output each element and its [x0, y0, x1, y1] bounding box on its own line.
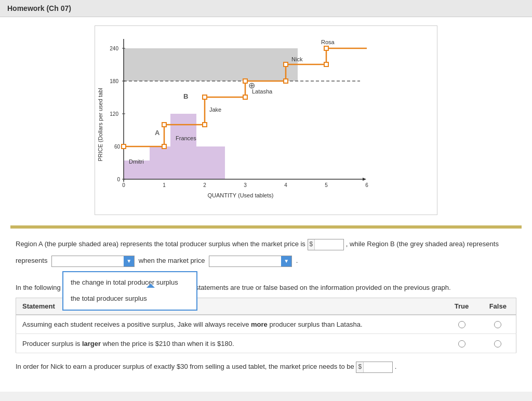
- dropdown-menu: the change in total producer surplus the…: [62, 271, 197, 311]
- col-false: False: [480, 298, 516, 315]
- q3-input[interactable]: [364, 362, 392, 372]
- q2-intro-text1: In the follo: [16, 284, 47, 291]
- price-input[interactable]: [315, 239, 343, 250]
- statement-1: Assuming each student receives a positiv…: [16, 315, 444, 334]
- dropdown-option-1[interactable]: the change in total producer surplus: [63, 272, 196, 293]
- divider: [10, 225, 522, 229]
- svg-text:1: 1: [163, 182, 166, 188]
- false-radio-1[interactable]: [480, 315, 516, 334]
- svg-text:180: 180: [110, 78, 118, 84]
- col-true: True: [444, 298, 480, 315]
- nick-marker1: [284, 79, 288, 83]
- price-input-wrap[interactable]: $: [308, 239, 344, 250]
- q1-text1: Region A (the purple shaded area) repres…: [16, 240, 305, 248]
- q3-period: .: [395, 363, 397, 370]
- true-radio-2[interactable]: [444, 334, 480, 353]
- false-radio-2[interactable]: [480, 334, 516, 353]
- nick-label: Nick: [291, 56, 303, 62]
- q1-period: .: [296, 257, 298, 264]
- q3-input-wrap[interactable]: $: [356, 362, 393, 373]
- svg-text:3: 3: [244, 182, 247, 188]
- bold-more: more: [251, 320, 268, 328]
- radio-circle[interactable]: [494, 321, 501, 328]
- svg-text:5: 5: [325, 182, 328, 188]
- jake-label: Jake: [209, 106, 221, 113]
- nick-marker2: [284, 62, 288, 66]
- q3-text1: In order for Nick to earn a producer sur…: [16, 363, 354, 370]
- true-radio-1[interactable]: [444, 315, 480, 334]
- svg-text:QUANTITY (Used tablets): QUANTITY (Used tablets): [208, 192, 274, 198]
- dropdown2-arrow[interactable]: ▼: [281, 256, 291, 266]
- svg-text:2: 2: [203, 182, 206, 188]
- radio-circle[interactable]: [458, 321, 466, 328]
- question-1-text: Region A (the purple shaded area) repres…: [16, 239, 516, 250]
- dropdown-option-2[interactable]: the total producer surplus: [63, 293, 196, 310]
- svg-marker-3: [363, 178, 366, 181]
- table-row: Producer surplus is larger when the pric…: [16, 334, 516, 353]
- question-section-1: Region A (the purple shaded area) repres…: [10, 239, 522, 267]
- dmitri-label: Dmitri: [129, 158, 144, 165]
- latasha-marker2: [243, 79, 247, 83]
- dollar-prefix: $: [308, 239, 315, 249]
- svg-text:240: 240: [110, 46, 118, 51]
- frances-marker2: [162, 123, 166, 127]
- q1-text3: when the market price: [139, 257, 205, 264]
- region-a-label: A: [155, 129, 160, 137]
- dropdown1[interactable]: ▼: [51, 256, 135, 267]
- q1-text2: , while Region B (the grey shaded area) …: [346, 240, 499, 248]
- region-b-label: B: [183, 92, 188, 100]
- jake-marker2: [203, 95, 207, 99]
- bold-larger: larger: [82, 340, 101, 347]
- q3-dollar-prefix: $: [356, 362, 364, 372]
- region-b: [124, 48, 298, 81]
- dropdown-menu-caret: [147, 284, 155, 288]
- q2-intro-text3: re true or false based on the informatio…: [234, 284, 451, 291]
- dropdown2[interactable]: ▼: [209, 256, 292, 267]
- svg-text:6: 6: [365, 182, 368, 188]
- chart: PRICE (Dollars per used tabl 0 60: [95, 31, 407, 208]
- rosa-label: Rosa: [321, 39, 335, 45]
- svg-text:4: 4: [284, 182, 287, 188]
- question-section-3: In order for Nick to earn a producer sur…: [10, 362, 522, 383]
- table-row: Assuming each student receives a positiv…: [16, 315, 516, 334]
- radio-circle[interactable]: [494, 340, 501, 347]
- rosa-marker2: [324, 46, 328, 50]
- svg-text:60: 60: [114, 144, 121, 150]
- latasha-marker1: [243, 95, 247, 99]
- rosa-marker1: [324, 62, 328, 66]
- frances-label: Frances: [176, 135, 196, 141]
- frances-marker1: [162, 144, 166, 149]
- svg-text:0: 0: [117, 177, 120, 182]
- represents-label: represents: [16, 257, 47, 264]
- jake-marker1: [203, 123, 207, 127]
- svg-text:120: 120: [110, 111, 118, 117]
- svg-text:PRICE (Dollars per used tabl: PRICE (Dollars per used tabl: [97, 88, 103, 161]
- statement-2: Producer surplus is larger when the pric…: [16, 334, 444, 353]
- latasha-label: Latasha: [252, 88, 273, 95]
- question-1-row2: represents ▼ the change in total produce…: [16, 256, 516, 267]
- radio-circle[interactable]: [458, 340, 466, 347]
- q3-text: In order for Nick to earn a producer sur…: [16, 362, 516, 373]
- dmitri-marker: [122, 144, 126, 149]
- page-title: Homework (Ch 07): [0, 0, 532, 17]
- dropdown1-arrow[interactable]: ▼: [124, 256, 134, 266]
- svg-text:0: 0: [122, 182, 125, 188]
- graph-container: PRICE (Dollars per used tabl 0 60: [95, 25, 437, 215]
